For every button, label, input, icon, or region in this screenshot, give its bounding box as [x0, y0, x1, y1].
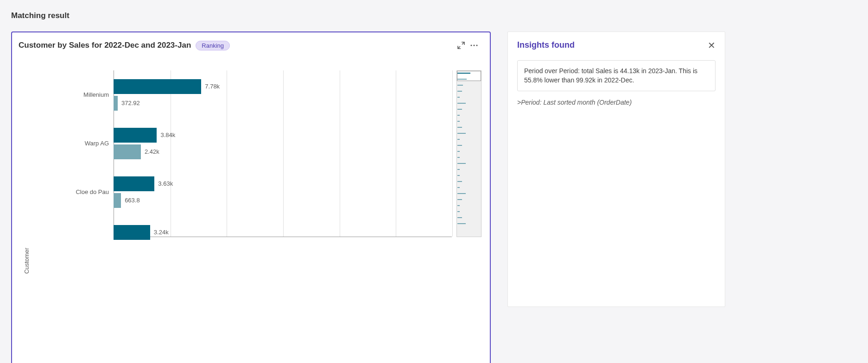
minimap-stub	[457, 97, 460, 98]
minimap-stub	[457, 193, 466, 194]
minimap-stub	[457, 187, 460, 188]
chart-title: Customer by Sales for 2022-Dec and 2023-…	[19, 41, 191, 50]
svg-point-1	[473, 44, 475, 46]
category-label: Warp AG	[30, 119, 114, 168]
ranking-badge: Ranking	[196, 41, 230, 50]
bar[interactable]	[114, 225, 150, 240]
minimap-stub	[457, 127, 462, 128]
y-axis-categories: Millenium Warp AG Cloe do Pau	[30, 59, 114, 363]
category-label: Millenium	[30, 70, 114, 119]
minimap-stub	[457, 91, 462, 92]
minimap-stub	[457, 139, 460, 140]
minimap-stub	[457, 85, 463, 86]
minimap-stub	[457, 169, 460, 170]
category-label	[30, 216, 114, 265]
minimap-stub	[457, 181, 462, 182]
bar-value-label: 3.24k	[154, 229, 169, 236]
minimap-stub	[457, 205, 460, 206]
minimap-stub	[457, 157, 460, 158]
chart-card: Customer by Sales for 2022-Dec and 2023-…	[11, 31, 491, 363]
bar[interactable]	[114, 193, 121, 208]
bar[interactable]	[114, 96, 118, 111]
expand-icon[interactable]	[455, 39, 468, 52]
minimap-stub	[457, 109, 462, 110]
bar[interactable]	[114, 176, 154, 191]
bar-value-label: 663.8	[125, 197, 140, 204]
bar-value-label: 3.63k	[158, 180, 173, 187]
svg-point-2	[476, 44, 477, 46]
close-icon[interactable]: ✕	[708, 41, 716, 50]
minimap-stub	[457, 145, 462, 146]
minimap-stub	[457, 175, 460, 176]
svg-point-0	[470, 44, 472, 46]
minimap-stub	[457, 199, 462, 200]
page-title: Matching result	[11, 11, 857, 20]
insight-card: Period over Period: total Sales is 44.13…	[517, 60, 716, 91]
minimap-stub	[457, 217, 462, 218]
insights-panel: Insights found ✕ Period over Period: tot…	[507, 31, 725, 307]
bar[interactable]	[114, 144, 141, 159]
minimap-stub	[457, 121, 460, 122]
insights-title: Insights found	[517, 40, 575, 50]
bar-value-label: 3.84k	[160, 131, 175, 138]
category-label: Cloe do Pau	[30, 168, 114, 216]
bar-value-label: 372.92	[121, 100, 140, 106]
bar-value-label: 2.42k	[145, 148, 159, 155]
minimap[interactable]	[456, 59, 482, 363]
minimap-stub	[457, 133, 466, 134]
y-axis-label: Customer	[20, 248, 30, 274]
minimap-stub	[457, 103, 466, 104]
minimap-stub	[457, 79, 467, 80]
minimap-stub	[457, 223, 466, 224]
plot-area[interactable]: 7.78k372.923.84k2.42k3.63k663.83.24k 05k…	[114, 59, 452, 363]
bar[interactable]	[114, 128, 157, 143]
minimap-stub	[457, 211, 460, 212]
bar[interactable]	[114, 79, 201, 94]
more-icon[interactable]	[468, 39, 481, 52]
minimap-stub	[457, 163, 466, 164]
minimap-stub	[457, 115, 460, 116]
bar-value-label: 7.78k	[205, 83, 220, 90]
chart-area: Customer Millenium Warp AG Cloe do Pau 7…	[12, 55, 490, 363]
minimap-stub	[457, 73, 470, 74]
insight-note: >Period: Last sorted month (OrderDate)	[517, 99, 716, 106]
minimap-stub	[457, 151, 460, 152]
card-header: Customer by Sales for 2022-Dec and 2023-…	[12, 32, 490, 55]
